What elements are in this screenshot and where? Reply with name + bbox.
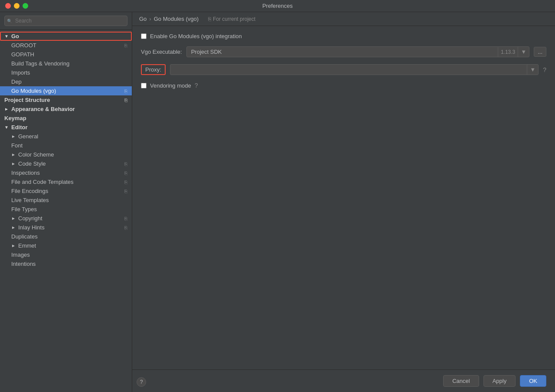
project-note-label: For current project (213, 16, 255, 22)
arrow-icon: ► (11, 152, 16, 157)
sidebar-item-font[interactable]: Font (0, 141, 132, 150)
vendoring-mode-checkbox[interactable] (141, 83, 147, 88)
arrow-icon: ▼ (4, 125, 10, 130)
sidebar-item-label: Project Structure (4, 97, 50, 103)
sidebar-item-label: Go (11, 33, 19, 39)
project-note: ⎘ For current project (208, 16, 255, 22)
sidebar-item-dep[interactable]: Dep (0, 77, 132, 86)
sidebar-item-file-encodings[interactable]: File Encodings ⎘ (0, 186, 132, 196)
sidebar-item-live-templates[interactable]: Live Templates (0, 196, 132, 205)
sidebar-item-file-types[interactable]: File Types (0, 205, 132, 214)
search-input[interactable] (4, 16, 127, 26)
arrow-icon: ► (4, 107, 10, 111)
proxy-dropdown-arrow[interactable]: ▼ (527, 65, 538, 75)
breadcrumb-child: Go Modules (vgo) (154, 16, 199, 22)
vendoring-help-icon[interactable]: ? (195, 82, 198, 89)
sidebar-item-label: Live Templates (11, 197, 49, 203)
sidebar-item-color-scheme[interactable]: ► Color Scheme (0, 150, 132, 159)
enable-go-modules-label: Enable Go Modules (vgo) integration (150, 33, 242, 39)
copy-icon: ⎘ (124, 98, 127, 103)
sidebar-item-label: Imports (11, 69, 30, 76)
vendoring-mode-label: Vendoring mode (150, 82, 191, 89)
copy-icon: ⎘ (124, 225, 127, 230)
window-controls[interactable] (5, 3, 28, 9)
sidebar-item-label: File and Code Templates (11, 179, 74, 185)
search-wrapper (4, 16, 127, 26)
sidebar-item-go-modules[interactable]: Go Modules (vgo) ⎘ (0, 86, 132, 95)
proxy-label-wrapper: Proxy: (141, 64, 166, 75)
content-area: Go › Go Modules (vgo) ⎘ For current proj… (132, 12, 555, 392)
project-icon: ⎘ (208, 16, 211, 22)
copy-icon: ⎘ (124, 189, 127, 194)
copy-icon: ⎘ (124, 88, 127, 94)
minimize-button[interactable] (14, 3, 20, 9)
bottom-wrapper: ? Cancel Apply OK (132, 369, 555, 392)
sidebar-item-file-code-templates[interactable]: File and Code Templates ⎘ (0, 177, 132, 186)
sidebar-item-code-style[interactable]: ► Code Style ⎘ (0, 159, 132, 168)
sidebar-item-label: Copyright (18, 215, 42, 222)
search-box (0, 12, 132, 30)
breadcrumb-parent: Go (139, 16, 147, 22)
arrow-icon: ► (11, 216, 16, 221)
sidebar-item-label: Dep (11, 78, 22, 85)
sidebar-item-editor[interactable]: ▼ Editor (0, 123, 132, 132)
maximize-button[interactable] (23, 3, 28, 9)
sidebar-item-appearance-behavior[interactable]: ► Appearance & Behavior (0, 105, 132, 114)
proxy-input[interactable] (170, 65, 527, 75)
copy-icon: ⎘ (124, 216, 127, 221)
sdk-select-wrapper[interactable]: Project SDK 1.13.3 ▼ (186, 46, 529, 57)
sidebar-item-label: GOPATH (11, 51, 34, 58)
sidebar-item-label: Code Style (18, 160, 46, 167)
sidebar-item-label: File Encodings (11, 188, 48, 194)
sidebar-item-go[interactable]: ▼ Go (0, 32, 132, 41)
sidebar-item-imports[interactable]: Imports (0, 68, 132, 77)
enable-checkbox-row: Enable Go Modules (vgo) integration (141, 33, 546, 39)
sidebar-item-label: GOROOT (11, 42, 36, 49)
sidebar-item-gopath[interactable]: GOPATH (0, 50, 132, 59)
sidebar-item-inspections[interactable]: Inspections ⎘ (0, 168, 132, 177)
sidebar-item-label: Intentions (11, 261, 36, 267)
proxy-row: Proxy: ▼ ? (141, 64, 546, 75)
sdk-select-text: Project SDK (187, 47, 498, 57)
sidebar-item-label: Font (11, 142, 23, 149)
sidebar-item-inlay-hints[interactable]: ► Inlay Hints ⎘ (0, 223, 132, 232)
arrow-icon: ► (11, 134, 16, 139)
breadcrumb-separator: › (149, 16, 151, 22)
copy-icon: ⎘ (124, 170, 127, 176)
vgo-executable-label: Vgo Executable: (141, 49, 182, 55)
vgo-executable-row: Vgo Executable: Project SDK 1.13.3 ▼ ... (141, 46, 546, 57)
ok-button[interactable]: OK (520, 375, 546, 387)
sidebar: ▼ Go GOROOT ⎘ GOPATH Build Tags & Vendor… (0, 12, 132, 392)
cancel-button[interactable]: Cancel (443, 375, 479, 387)
sidebar-item-label: Inlay Hints (18, 224, 45, 231)
sidebar-list: ▼ Go GOROOT ⎘ GOPATH Build Tags & Vendor… (0, 30, 132, 392)
enable-go-modules-checkbox[interactable] (141, 33, 147, 39)
sidebar-item-images[interactable]: Images (0, 250, 132, 259)
sidebar-item-copyright[interactable]: ► Copyright ⎘ (0, 214, 132, 223)
sidebar-item-keymap[interactable]: Keymap (0, 114, 132, 123)
sidebar-item-duplicates[interactable]: Duplicates (0, 232, 132, 241)
arrow-icon: ► (11, 225, 16, 230)
sidebar-item-goroot[interactable]: GOROOT ⎘ (0, 41, 132, 50)
sidebar-item-project-structure[interactable]: Project Structure ⎘ (0, 95, 132, 105)
help-button[interactable]: ? (137, 377, 146, 387)
sidebar-item-general[interactable]: ► General (0, 132, 132, 141)
arrow-icon: ► (11, 161, 16, 166)
sidebar-item-label: Build Tags & Vendoring (11, 60, 69, 67)
sdk-dropdown-arrow[interactable]: ▼ (518, 47, 529, 57)
proxy-label: Proxy: (141, 64, 166, 75)
sidebar-item-intentions[interactable]: Intentions (0, 259, 132, 268)
content-body: Enable Go Modules (vgo) integration Vgo … (132, 26, 555, 369)
proxy-help-icon[interactable]: ? (543, 66, 546, 73)
sidebar-item-emmet[interactable]: ► Emmet (0, 241, 132, 250)
sidebar-item-label: Appearance & Behavior (11, 106, 75, 112)
sidebar-item-label: File Types (11, 206, 37, 212)
vgo-more-button[interactable]: ... (534, 47, 546, 57)
apply-button[interactable]: Apply (483, 375, 516, 387)
proxy-input-wrapper[interactable]: ▼ (170, 64, 539, 75)
close-button[interactable] (5, 3, 11, 9)
title-bar: Preferences (0, 0, 555, 12)
sidebar-item-label: General (18, 133, 38, 140)
main-container: ▼ Go GOROOT ⎘ GOPATH Build Tags & Vendor… (0, 12, 555, 392)
sidebar-item-build-tags[interactable]: Build Tags & Vendoring (0, 59, 132, 68)
